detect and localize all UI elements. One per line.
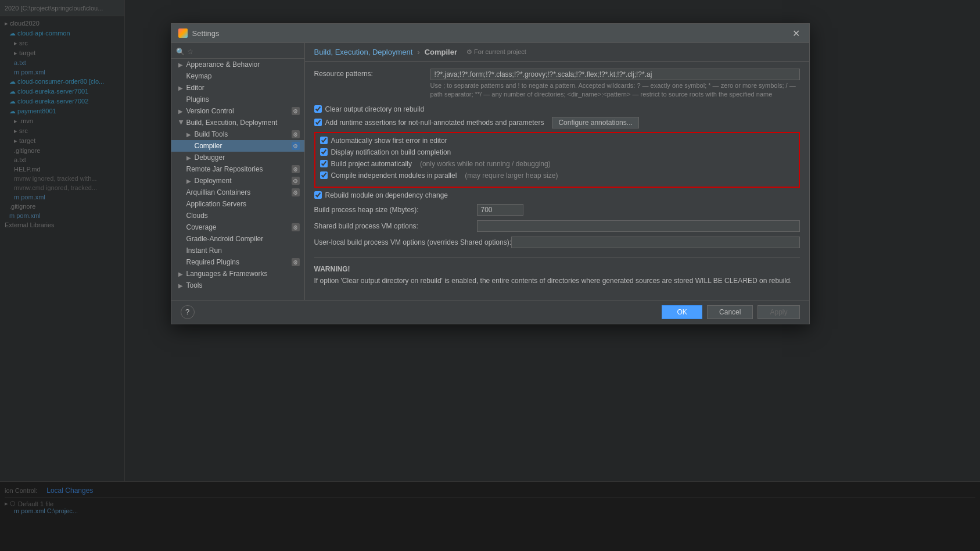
tree-item-debugger[interactable]: ▶ Debugger	[171, 152, 304, 163]
tree-item-coverage[interactable]: Coverage ⚙	[171, 221, 304, 233]
warning-title: WARNING!	[314, 265, 800, 273]
tree-item-build-execution[interactable]: ▶ Build, Execution, Deployment	[171, 117, 304, 128]
display-notification-label: Display notification on build completion	[331, 148, 451, 156]
resource-patterns-row: Resource patterns: Use ; to separate pat…	[314, 69, 800, 99]
dialog-title-area: Settings	[178, 28, 220, 38]
apply-button[interactable]: Apply	[758, 305, 799, 319]
close-button[interactable]: ✕	[791, 27, 802, 39]
tree-item-plugins[interactable]: Plugins	[171, 94, 304, 105]
heap-size-input[interactable]	[477, 204, 523, 216]
settings-badge: ⚙	[292, 142, 300, 150]
dialog-body: 🔍 ▶ Appearance & Behavior Keymap ▶ Edito…	[171, 43, 809, 300]
ok-button[interactable]: OK	[662, 305, 702, 319]
dialog-footer: ? OK Cancel Apply	[171, 300, 809, 324]
tree-item-tools[interactable]: ▶ Tools	[171, 280, 304, 291]
settings-badge: ⚙	[292, 188, 300, 196]
heap-size-row: Build process heap size (Mbytes):	[314, 204, 800, 216]
tree-label: Arquillian Containers	[186, 188, 251, 196]
configure-annotations-button[interactable]: Configure annotations...	[552, 117, 638, 128]
tree-label: Clouds	[186, 212, 208, 220]
tree-item-version-control[interactable]: ▶ Version Control ⚙	[171, 105, 304, 117]
settings-badge: ⚙	[292, 177, 300, 185]
tree-item-app-servers[interactable]: Application Servers	[171, 198, 304, 210]
clear-output-label: Clear output directory on rebuild	[325, 105, 425, 113]
breadcrumb-separator: ›	[417, 48, 419, 56]
tree-item-clouds[interactable]: Clouds	[171, 210, 304, 221]
search-icon: 🔍	[176, 48, 185, 56]
cancel-button[interactable]: Cancel	[707, 305, 753, 319]
dialog-overlay: Settings ✕ 🔍 ▶ Appearance & Behavior	[0, 0, 980, 551]
tree-arrow: ▶	[178, 85, 184, 91]
build-automatically-note: (only works while not running / debuggin…	[420, 160, 551, 168]
tree-item-editor[interactable]: ▶ Editor	[171, 82, 304, 94]
dialog-title-text: Settings	[192, 29, 220, 38]
tree-item-deployment[interactable]: ▶ Deployment ⚙	[171, 175, 304, 187]
tree-label: Build, Execution, Deployment	[186, 119, 278, 127]
breadcrumb-current: Compiler	[425, 48, 457, 56]
display-notification-checkbox[interactable]	[320, 148, 328, 156]
settings-tree-panel: 🔍 ▶ Appearance & Behavior Keymap ▶ Edito…	[171, 43, 305, 300]
help-button[interactable]: ?	[181, 305, 195, 319]
tree-label: Version Control	[186, 107, 234, 115]
tree-item-build-tools[interactable]: ▶ Build Tools ⚙	[171, 128, 304, 140]
warning-text: If option 'Clear output directory on reb…	[314, 276, 800, 286]
tree-label: Build Tools	[195, 130, 228, 138]
settings-dialog: Settings ✕ 🔍 ▶ Appearance & Behavior	[171, 23, 810, 324]
checkbox-compile-parallel: Compile independent modules in parallel …	[320, 171, 794, 180]
tree-label: Appearance & Behavior	[186, 60, 260, 69]
tree-item-gradle-android[interactable]: Gradle-Android Compiler	[171, 233, 304, 245]
compile-parallel-checkbox[interactable]	[320, 171, 328, 179]
search-input[interactable]	[187, 48, 300, 56]
auto-show-error-checkbox[interactable]	[320, 137, 328, 144]
tree-label: Coverage	[186, 223, 217, 231]
tree-item-required-plugins[interactable]: Required Plugins ⚙	[171, 256, 304, 268]
tree-arrow: ▶	[178, 62, 184, 68]
user-vm-input[interactable]	[511, 237, 800, 248]
tree-label: Plugins	[186, 95, 209, 103]
settings-badge: ⚙	[292, 223, 300, 231]
tree-label: Remote Jar Repositories	[186, 165, 263, 173]
resource-patterns-input[interactable]	[430, 69, 800, 80]
rebuild-module-label: Rebuild module on dependency change	[325, 191, 448, 199]
tree-item-remote-jar[interactable]: Remote Jar Repositories ⚙	[171, 163, 304, 175]
resource-patterns-field: Use ; to separate patterns and ! to nega…	[430, 69, 800, 99]
tree-item-instant-run[interactable]: Instant Run	[171, 245, 304, 256]
compile-parallel-note: (may require larger heap size)	[465, 171, 558, 180]
tree-arrow: ▶	[186, 178, 192, 184]
tree-label: Tools	[186, 281, 203, 289]
checkbox-auto-show-error: Automatically show first error in editor	[320, 137, 794, 145]
rebuild-module-checkbox[interactable]	[314, 191, 322, 199]
search-bar: 🔍	[171, 45, 304, 59]
tree-item-appearance[interactable]: ▶ Appearance & Behavior	[171, 59, 304, 70]
tree-item-arquillian[interactable]: Arquillian Containers ⚙	[171, 187, 304, 198]
dialog-titlebar: Settings ✕	[171, 24, 809, 43]
tree-label: Application Servers	[186, 200, 246, 208]
settings-badge: ⚙	[292, 107, 300, 115]
tree-item-languages[interactable]: ▶ Languages & Frameworks	[171, 268, 304, 280]
checkbox-rebuild-module: Rebuild module on dependency change	[314, 191, 800, 199]
tree-label: Required Plugins	[186, 258, 239, 266]
shared-vm-input[interactable]	[477, 220, 800, 232]
clear-output-checkbox[interactable]	[314, 105, 322, 113]
shared-vm-label: Shared build process VM options:	[314, 222, 477, 230]
runtime-assertions-label: Add runtime assertions for not-null-anno…	[325, 119, 544, 127]
checkbox-clear-output: Clear output directory on rebuild	[314, 105, 800, 113]
build-automatically-label: Build project automatically	[331, 160, 412, 168]
tree-arrow-open: ▶	[178, 120, 184, 126]
settings-badge: ⚙	[292, 165, 300, 173]
build-automatically-checkbox[interactable]	[320, 160, 328, 167]
tree-label: Languages & Frameworks	[186, 270, 268, 278]
checkbox-runtime-assertions: Add runtime assertions for not-null-anno…	[314, 117, 800, 128]
tree-label: Gradle-Android Compiler	[186, 235, 264, 243]
tree-item-compiler[interactable]: ▶ Compiler ⚙	[171, 140, 304, 152]
checkbox-display-notification: Display notification on build completion	[320, 148, 794, 156]
ide-background: 2020 [C:\project\springcloud\clou... ▸ c…	[0, 0, 980, 551]
tree-arrow: ▶	[186, 155, 192, 161]
tree-arrow: ▶	[178, 282, 184, 289]
tree-label: Deployment	[195, 177, 232, 185]
highlighted-settings-box: Automatically show first error in editor…	[314, 132, 800, 188]
breadcrumb-parent: Build, Execution, Deployment	[314, 48, 413, 56]
tree-arrow: ▶	[186, 131, 192, 138]
runtime-assertions-checkbox[interactable]	[314, 119, 322, 126]
tree-item-keymap[interactable]: Keymap	[171, 70, 304, 82]
